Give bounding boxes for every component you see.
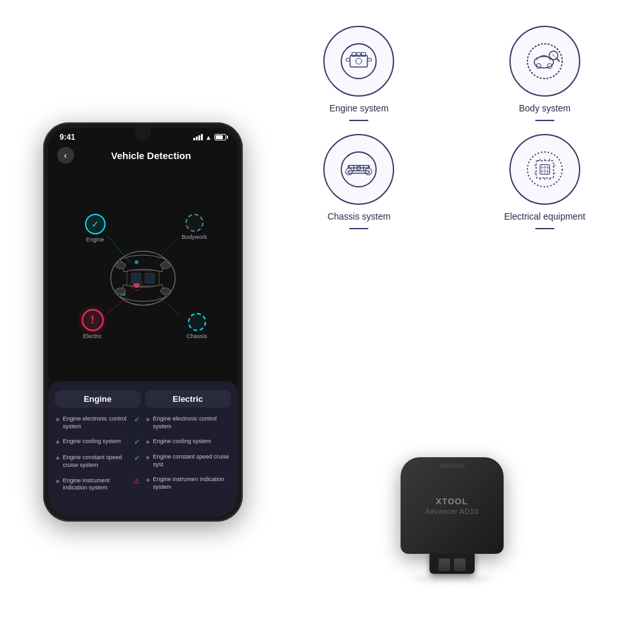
electric-label: Electric (83, 333, 102, 339)
chassis-circle (188, 313, 206, 331)
body-system-label: Body system (519, 103, 571, 113)
svg-rect-24 (346, 59, 350, 62)
svg-line-31 (552, 54, 555, 57)
status-icons: ▲ (193, 134, 226, 141)
warn-icon: ⚠ (133, 477, 140, 486)
list-bullet (146, 440, 149, 444)
list-bullet (56, 440, 59, 444)
engine-list: Engine electronic control system ✓ Engin… (55, 413, 141, 495)
device-body: XTOOL Advancer AD10 (401, 457, 504, 554)
check-icon: ✓ (134, 415, 140, 424)
back-button[interactable]: ‹ (57, 147, 74, 164)
svg-point-13 (115, 288, 126, 294)
list-text: Engine cooling system (63, 438, 130, 446)
device-connector (430, 551, 475, 574)
electric-header: Electric (145, 390, 231, 408)
body-system-icon-circle (509, 26, 580, 97)
device-brand: XTOOL (436, 497, 468, 506)
phone-screen: 9:41 ▲ ‹ Vehicle Detection (48, 128, 238, 516)
feature-engine-system: Engine system (272, 26, 445, 121)
device-section: XTOOL Advancer AD10 (272, 242, 631, 631)
chassis-system-icon (339, 150, 378, 189)
screen-title: Vehicle Detection (74, 150, 229, 161)
list-text: Engine constant speed cruise system (63, 454, 130, 469)
features-grid: Engine system (272, 13, 631, 242)
electric-list: Engine electronic control system Engine … (145, 413, 231, 495)
chassis-system-icon-circle (323, 134, 394, 205)
bottom-section: Engine Electric Engine electronic contro… (48, 381, 238, 516)
device-shadow (413, 576, 491, 582)
list-text: Engine cooling system (153, 438, 230, 446)
phone-device: 9:41 ▲ ‹ Vehicle Detection (43, 122, 243, 522)
list-bullet (56, 480, 59, 483)
engine-system-icon (339, 42, 378, 80)
wifi-icon: ▲ (205, 134, 212, 141)
list-bullet (56, 457, 59, 460)
electric-circle: ! (82, 309, 104, 331)
list-text: Engine electronic control system (63, 415, 130, 430)
list-item: Engine instrumen indication system (145, 473, 231, 493)
engine-header: Engine (55, 390, 141, 408)
engine-node: ✓ Engine (85, 214, 106, 243)
bodywork-label: Bodywork (182, 234, 207, 240)
electrical-equipment-divider (535, 228, 554, 229)
chassis-label: Chassis (187, 333, 207, 339)
chassis-system-divider (349, 228, 368, 229)
device-model: Advancer AD10 (425, 507, 478, 515)
right-section: Engine system (272, 13, 631, 631)
chassis-node: Chassis (187, 313, 207, 339)
feature-electrical-equipment: Electrical equipment (459, 134, 631, 229)
cols-row: Engine electronic control system ✓ Engin… (55, 413, 231, 495)
list-bullet (146, 418, 149, 421)
list-item: Engine electronic control system ✓ (55, 413, 141, 433)
svg-point-14 (160, 288, 171, 294)
svg-line-30 (556, 59, 560, 62)
bodywork-circle (185, 214, 204, 232)
svg-rect-23 (368, 59, 372, 62)
list-bullet (56, 418, 59, 421)
obd-pin-right (454, 558, 466, 571)
obd-pin-left (439, 558, 450, 571)
list-item: Engine constant speed cruise syst (145, 451, 231, 471)
svg-point-25 (527, 44, 562, 79)
signal-icon (193, 134, 203, 140)
list-item: Engine instrument indication system ⚠ (55, 475, 141, 495)
list-item: Engine cooling system (145, 435, 231, 448)
engine-system-label: Engine system (329, 103, 388, 113)
check-icon: ✓ (134, 438, 140, 446)
list-text: Engine instrumen indication system (153, 476, 230, 491)
list-bullet (146, 478, 149, 482)
list-item: Engine constant speed cruise system ✓ (55, 451, 141, 471)
electrical-equipment-icon (526, 150, 564, 189)
electrical-equipment-icon-circle (509, 134, 580, 205)
engine-label: Engine (86, 236, 104, 243)
svg-point-11 (115, 262, 126, 269)
electric-node: ! Electric (82, 309, 104, 339)
electrical-equipment-label: Electrical equipment (504, 211, 585, 222)
svg-point-22 (356, 59, 362, 64)
body-system-icon (526, 42, 564, 80)
list-item: Engine cooling system ✓ (55, 435, 141, 449)
feature-chassis-system: Chassis system (272, 134, 445, 229)
battery-icon (214, 134, 226, 140)
car-diagram: ✓ Engine Bodywork (48, 169, 238, 381)
car-outline (104, 246, 182, 310)
svg-rect-34 (348, 171, 370, 173)
svg-point-12 (160, 262, 171, 269)
engine-circle: ✓ (85, 214, 106, 234)
check-icon: ✓ (134, 454, 140, 462)
list-item: Engine electronic control system (145, 413, 231, 433)
time-display: 9:41 (60, 133, 75, 142)
svg-rect-16 (145, 273, 155, 283)
feature-body-system: Body system (459, 26, 631, 121)
chassis-system-label: Chassis system (327, 211, 390, 222)
phone-header: ‹ Vehicle Detection (48, 144, 238, 169)
svg-point-35 (346, 168, 353, 175)
list-text: Engine electronic control system (153, 415, 230, 430)
col-headers: Engine Electric (55, 390, 231, 408)
svg-rect-18 (350, 55, 368, 67)
bodywork-node: Bodywork (182, 214, 207, 240)
list-text: Engine constant speed cruise syst (153, 453, 230, 468)
page-container: 9:41 ▲ ‹ Vehicle Detection (0, 0, 644, 644)
svg-rect-15 (131, 273, 141, 283)
